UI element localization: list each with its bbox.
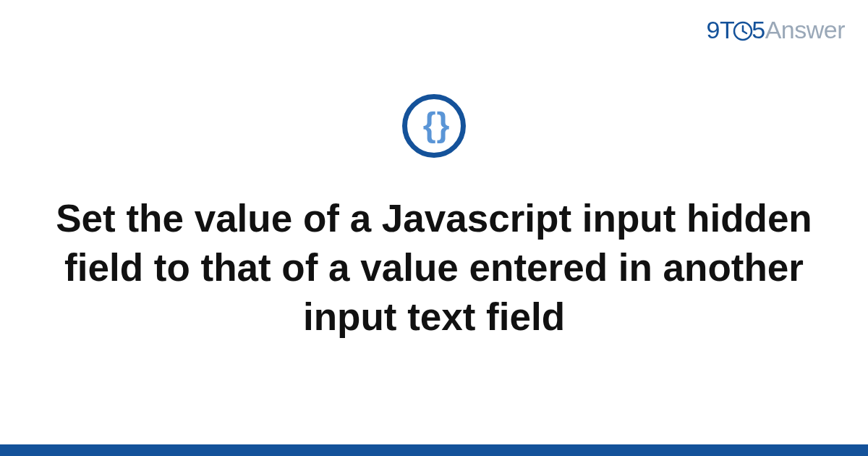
braces-icon: { }	[423, 108, 446, 141]
svg-line-2	[743, 31, 746, 33]
footer-accent-bar	[0, 444, 868, 456]
site-logo: 9T5Answer	[707, 16, 845, 47]
page-title: Set the value of a Javascript input hidd…	[0, 194, 868, 341]
logo-text-answer: Answer	[765, 16, 845, 43]
logo-text-9t: 9T	[707, 16, 735, 43]
logo-text-5: 5	[752, 16, 765, 43]
category-icon-circle: { }	[402, 94, 466, 158]
clock-icon	[733, 19, 753, 47]
